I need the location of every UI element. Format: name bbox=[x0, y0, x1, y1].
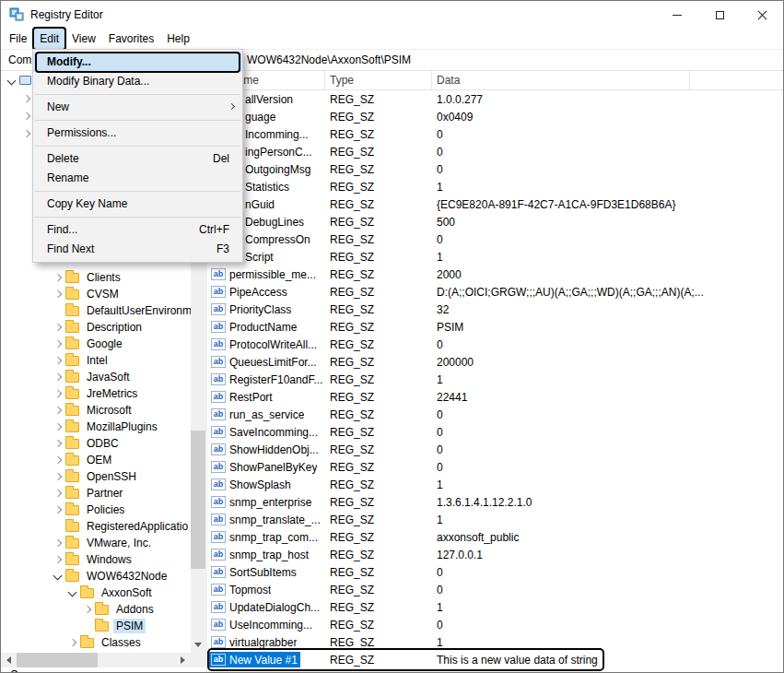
chevron-right-icon[interactable] bbox=[51, 536, 65, 550]
value-row-useincomming[interactable]: abUseIncomming...REG_SZ0 bbox=[207, 616, 784, 633]
column-header-data[interactable]: Data bbox=[432, 71, 690, 89]
chevron-right-icon[interactable] bbox=[51, 270, 65, 285]
value-row-statistics[interactable]: abStatisticsREG_SZ1 bbox=[207, 178, 784, 195]
vertical-scrollbar-thumb[interactable] bbox=[191, 431, 205, 569]
maximize-button[interactable] bbox=[698, 1, 741, 29]
value-row-debuglines[interactable]: abDebugLinesREG_SZ500 bbox=[207, 213, 784, 230]
chevron-down-icon[interactable] bbox=[51, 569, 65, 584]
menu-view[interactable]: View bbox=[65, 29, 102, 49]
menu-item-rename[interactable]: Rename bbox=[33, 169, 242, 188]
chevron-right-icon[interactable] bbox=[51, 453, 65, 467]
value-row-run-as-service[interactable]: abrun_as_serviceREG_SZ0 bbox=[207, 406, 784, 423]
tree-item-wow6432node[interactable]: WOW6432Node bbox=[1, 568, 191, 584]
value-row-virtualgrabber[interactable]: abvirtualgrabberREG_SZ1 bbox=[207, 633, 784, 651]
value-row-new-value-1[interactable]: abNew Value #1REG_SZThis is a new value … bbox=[207, 651, 784, 668]
value-row-productname[interactable]: abProductNameREG_SZPSIM bbox=[207, 318, 784, 336]
menu-favorites[interactable]: Favorites bbox=[102, 29, 160, 49]
menu-item-modify[interactable]: Modify... bbox=[33, 53, 242, 72]
value-row-restport[interactable]: abRestPortREG_SZ22441 bbox=[207, 388, 784, 406]
value-row-topmost[interactable]: abTopmostREG_SZ0 bbox=[207, 581, 784, 598]
tree-item-classes[interactable]: Classes bbox=[1, 634, 191, 651]
value-row-pipeaccess[interactable]: abPipeAccessREG_SZD:(A;;OICI;GRGW;;;AU)(… bbox=[207, 283, 784, 301]
scroll-right-button[interactable] bbox=[175, 653, 191, 667]
scroll-down-button[interactable] bbox=[191, 637, 205, 653]
chevron-right-icon[interactable] bbox=[51, 336, 65, 351]
value-row-snmp-translate[interactable]: absnmp_translate_...REG_SZ1 bbox=[207, 511, 784, 528]
value-row-compresson[interactable]: abCompressOnREG_SZ0 bbox=[207, 230, 784, 248]
value-row-updatedialogch[interactable]: abUpdateDialogCh...REG_SZ1 bbox=[207, 598, 784, 616]
tree-item-javasoft[interactable]: JavaSoft bbox=[1, 369, 191, 385]
value-row-outgoingmsg[interactable]: abOutgoingMsgREG_SZ0 bbox=[207, 160, 784, 178]
value-row-showsplash[interactable]: abShowSplashREG_SZ1 bbox=[207, 476, 784, 493]
value-row-showhiddenobj[interactable]: abShowHiddenObj...REG_SZ0 bbox=[207, 441, 784, 458]
tree-item-description[interactable]: Description bbox=[1, 319, 191, 336]
tree-item-oem[interactable]: OEM bbox=[1, 452, 191, 468]
chevron-right-icon[interactable] bbox=[51, 502, 65, 517]
chevron-right-icon[interactable] bbox=[80, 602, 95, 617]
chevron-right-icon[interactable] bbox=[51, 436, 65, 451]
tree-item-clients[interactable]: Clients bbox=[1, 269, 191, 286]
value-row-incomming[interactable]: abIncomming...REG_SZ0 bbox=[207, 125, 784, 143]
menu-item-modify-binary-data[interactable]: Modify Binary Data... bbox=[33, 72, 242, 91]
tree-item-jremetrics[interactable]: JreMetrics bbox=[1, 385, 191, 402]
value-row-allversion[interactable]: aballVersionREG_SZ1.0.0.277 bbox=[207, 90, 784, 108]
menu-edit[interactable]: Edit bbox=[33, 29, 65, 49]
tree-item-defaultuserenvironm[interactable]: DefaultUserEnvironm bbox=[1, 302, 191, 319]
value-row-snmp-enterprise[interactable]: absnmp_enterpriseREG_SZ1.3.6.1.4.1.12.2.… bbox=[207, 493, 784, 511]
tree-item-psim[interactable]: PSIM bbox=[1, 618, 191, 634]
value-row-guage[interactable]: abguageREG_SZ0x0409 bbox=[207, 108, 784, 125]
value-row-script[interactable]: abScriptREG_SZ1 bbox=[207, 248, 784, 266]
chevron-right-icon[interactable] bbox=[51, 370, 65, 384]
value-row-saveincomming[interactable]: abSaveIncomming...REG_SZ0 bbox=[207, 423, 784, 441]
value-row-snmp-trap-com[interactable]: absnmp_trap_com...REG_SZaxxonsoft_public bbox=[207, 528, 784, 546]
chevron-right-icon[interactable] bbox=[65, 635, 80, 650]
scroll-left-button[interactable] bbox=[1, 653, 17, 667]
value-row-snmp-trap-host[interactable]: absnmp_trap_hostREG_SZ127.0.0.1 bbox=[207, 546, 784, 563]
tree-item-registeredapplicatio[interactable]: RegisteredApplicatio bbox=[1, 518, 191, 535]
close-button[interactable] bbox=[741, 1, 783, 29]
chevron-right-icon[interactable] bbox=[51, 486, 65, 501]
menu-item-delete[interactable]: DeleteDel bbox=[33, 149, 242, 169]
menu-item-find[interactable]: Find...Ctrl+F bbox=[33, 220, 242, 240]
value-row-nguid[interactable]: abnGuidREG_SZ{EC9E820A-891F-42C7-A1CA-9F… bbox=[207, 195, 784, 213]
chevron-right-icon[interactable] bbox=[51, 419, 65, 434]
value-row-ingpersonc[interactable]: abingPersonC...REG_SZ0 bbox=[207, 143, 784, 160]
value-row-registerf10andf[interactable]: abRegisterF10andF...REG_SZ1 bbox=[207, 371, 784, 388]
tree-item-mozillaplugins[interactable]: MozillaPlugins bbox=[1, 419, 191, 435]
value-row-priorityclass[interactable]: abPriorityClassREG_SZ32 bbox=[207, 301, 784, 318]
minimize-button[interactable] bbox=[656, 1, 698, 29]
tree-item-partner[interactable]: Partner bbox=[1, 485, 191, 502]
tree-item-vmware-inc[interactable]: VMware, Inc. bbox=[1, 535, 191, 551]
value-row-permissible-me[interactable]: abpermissible_me...REG_SZ2000 bbox=[207, 266, 784, 283]
tree-item-policies[interactable]: Policies bbox=[1, 502, 191, 518]
tree-item-cvsm[interactable]: CVSM bbox=[1, 286, 191, 302]
tree-item-google[interactable]: Google bbox=[1, 336, 191, 352]
menu-item-copy-key-name[interactable]: Copy Key Name bbox=[33, 195, 242, 214]
tree-item-windows[interactable]: Windows bbox=[1, 551, 191, 568]
value-row-showpanelbykey[interactable]: abShowPanelByKeyREG_SZ0 bbox=[207, 458, 784, 476]
menu-item-new[interactable]: New bbox=[33, 98, 242, 117]
chevron-down-icon[interactable] bbox=[5, 74, 19, 89]
chevron-right-icon[interactable] bbox=[51, 287, 65, 301]
tree-item-addons[interactable]: Addons bbox=[1, 601, 191, 618]
horizontal-scrollbar-thumb[interactable] bbox=[17, 653, 98, 667]
tree-item-microsoft[interactable]: Microsoft bbox=[1, 402, 191, 419]
menu-item-permissions[interactable]: Permissions... bbox=[33, 124, 242, 143]
tree-item-openssh[interactable]: OpenSSH bbox=[1, 468, 191, 485]
value-row-sortsubitems[interactable]: abSortSubItemsREG_SZ0 bbox=[207, 563, 784, 581]
tree-horizontal-scrollbar[interactable] bbox=[1, 653, 191, 667]
chevron-down-icon[interactable] bbox=[65, 585, 80, 600]
chevron-right-icon[interactable] bbox=[51, 403, 65, 418]
tree-item-intel[interactable]: Intel bbox=[1, 352, 191, 369]
chevron-right-icon[interactable] bbox=[51, 386, 65, 401]
tree-item-axxonsoft[interactable]: AxxonSoft bbox=[1, 584, 191, 601]
tree-item-odbc[interactable]: ODBC bbox=[1, 435, 191, 452]
column-header-type[interactable]: Type bbox=[325, 71, 432, 89]
chevron-right-icon[interactable] bbox=[51, 469, 65, 484]
menu-help[interactable]: Help bbox=[160, 29, 196, 49]
menu-file[interactable]: File bbox=[3, 29, 33, 49]
value-row-queueslimitfor[interactable]: abQueuesLimitFor...REG_SZ200000 bbox=[207, 353, 784, 371]
chevron-right-icon[interactable] bbox=[51, 353, 65, 368]
chevron-right-icon[interactable] bbox=[51, 552, 65, 567]
menu-item-find-next[interactable]: Find NextF3 bbox=[33, 240, 242, 259]
